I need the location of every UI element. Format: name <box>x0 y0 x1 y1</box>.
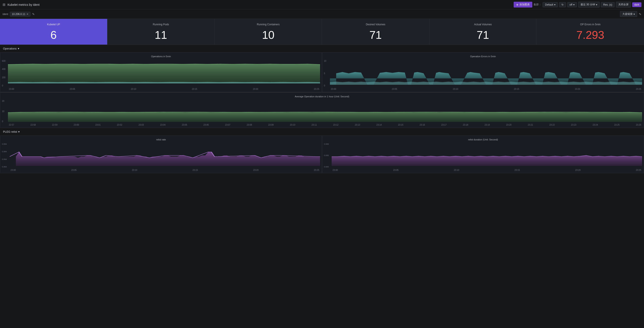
fullscreen-button[interactable]: 关闭全屏 <box>616 2 631 8</box>
operations-title: Operations <box>3 47 17 50</box>
svg-marker-3 <box>330 82 642 85</box>
avg-duration-svg <box>8 100 642 123</box>
filter-key: ident <box>2 13 8 16</box>
chart-avg-title: Average Operation duration in 1 hour (Un… <box>2 95 642 98</box>
stat-kubelet-up: Kubelet UP 6 <box>0 19 108 44</box>
topbar: ⊞ Kubelet metrics by ident ⊕ 添加图表 集群： De… <box>0 0 644 10</box>
stat-op-errors: OP Errors in 5min 7.293 <box>536 19 644 44</box>
refresh-icon-btn[interactable]: ↻ <box>559 2 566 7</box>
chevron-down-icon: ▾ <box>634 13 635 16</box>
ops-5min-svg <box>8 60 320 87</box>
y-labels-avg: 20 10 0 <box>2 100 8 123</box>
svg-marker-0 <box>8 64 320 84</box>
x-labels-avg: 22:57 22:58 22:59 23:00 23:01 23:02 23:0… <box>8 123 642 126</box>
stat-value-5: 7.293 <box>576 29 604 40</box>
dashboard-link-button[interactable]: 大盘链接 ▾ <box>620 11 637 17</box>
auto-refresh-selector[interactable]: off ▾ <box>567 2 577 7</box>
edit-dashboard-icon[interactable]: ✎ <box>639 12 642 16</box>
filter-left: ident 10.206.0.11 ✕ ✎ <box>2 12 35 16</box>
stat-label-4: Actual Volumes <box>474 23 492 26</box>
relist-rate-title: relist rate <box>2 138 320 141</box>
pleg-section-header[interactable]: PLEG relist ▾ <box>0 128 644 136</box>
theme-button[interactable]: dark <box>632 2 642 7</box>
chart-ops-5min: Operations in 5min 600 400 200 0 <box>0 52 322 92</box>
page-title: Kubelet metrics by ident <box>8 3 40 6</box>
stat-value-0: 6 <box>50 29 56 40</box>
topbar-left: ⊞ Kubelet metrics by ident <box>2 2 40 7</box>
chevron-down-icon: ▾ <box>18 47 19 50</box>
pleg-charts-row: relist rate 0.994 0.994 0.994 0.993 <box>0 136 644 173</box>
cluster-selector[interactable]: Default ▾ <box>542 2 558 7</box>
relist-rate-svg <box>10 142 320 168</box>
chevron-down-icon: ▾ <box>18 130 20 133</box>
relist-duration-title: relist duration (Unit: Second) <box>324 138 642 141</box>
refresh-icon: ↻ <box>562 3 564 6</box>
svg-marker-5 <box>10 152 320 166</box>
cluster-label: 集群： <box>534 3 541 6</box>
stat-desired-volumes: Desired Volumes 71 <box>322 19 430 44</box>
grid-icon: ⊞ <box>2 2 5 7</box>
filter-right: 大盘链接 ▾ ✎ <box>620 11 642 17</box>
svg-marker-4 <box>8 112 642 122</box>
y-labels-relist-dur: 0.006 0.006 0.006 <box>324 142 332 168</box>
x-labels-ops: 23:00 23:05 23:10 23:15 23:20 23:25 <box>8 87 320 90</box>
x-labels-relist-dur: 23:00 23:05 23:10 23:15 23:20 23:25 <box>332 168 642 171</box>
stat-value-4: 71 <box>477 29 489 40</box>
operations-charts-row: Operations in 5min 600 400 200 0 <box>0 52 644 92</box>
relist-dur-svg <box>332 142 642 168</box>
err-5min-svg <box>330 60 642 87</box>
filter-bar: ident 10.206.0.11 ✕ ✎ 大盘链接 ▾ ✎ <box>0 10 644 19</box>
operations-section: Operations ▾ Operations in 5min 600 400 … <box>0 45 644 128</box>
chart-relist-duration: relist duration (Unit: Second) 0.006 0.0… <box>322 136 644 173</box>
stat-running-pods: Running Pods 11 <box>108 19 215 44</box>
stat-label-1: Running Pods <box>153 23 169 26</box>
svg-marker-1 <box>8 82 320 84</box>
chart-relist-rate: relist rate 0.994 0.994 0.994 0.993 <box>0 136 322 173</box>
stat-label-5: OP Errors in 5min <box>580 23 600 26</box>
y-labels-relist: 0.994 0.994 0.994 0.993 <box>2 142 10 168</box>
stat-actual-volumes: Actual Volumes 71 <box>430 19 537 44</box>
res-button[interactable]: Res. (s) <box>601 2 615 7</box>
remove-filter-icon[interactable]: ✕ <box>26 13 28 16</box>
chevron-down-icon: ▾ <box>596 3 597 6</box>
stat-label-0: Kubelet UP <box>47 23 60 26</box>
stat-value-3: 71 <box>370 29 382 40</box>
y-labels-ops: 600 400 200 0 <box>2 60 8 87</box>
chevron-down-icon: ▾ <box>554 3 556 6</box>
stat-value-2: 10 <box>262 29 274 40</box>
stats-row: Kubelet UP 6 Running Pods 11 Running Con… <box>0 19 644 45</box>
plus-icon: ⊕ <box>516 3 518 6</box>
x-labels-err: 23:00 23:05 23:10 23:15 23:20 23:25 <box>330 87 642 90</box>
filter-tag[interactable]: 10.206.0.11 ✕ <box>10 12 30 16</box>
pleg-section: PLEG relist ▾ relist rate 0.994 0.994 0.… <box>0 128 644 173</box>
chart-avg-duration: Average Operation duration in 1 hour (Un… <box>0 92 644 128</box>
chart-ops-5min-title: Operations in 5min <box>2 55 320 58</box>
add-chart-button[interactable]: ⊕ 添加图表 <box>514 2 532 8</box>
pleg-title: PLEG relist <box>3 130 17 133</box>
stat-running-containers: Running Containers 10 <box>214 19 322 44</box>
operations-section-header[interactable]: Operations ▾ <box>0 45 644 52</box>
stat-label-2: Running Containers <box>257 23 280 26</box>
stat-value-1: 11 <box>155 29 167 40</box>
svg-marker-6 <box>332 156 642 166</box>
topbar-right: ⊕ 添加图表 集群： Default ▾ ↻ off ▾ 最近 30 分钟 ▾ … <box>514 2 642 8</box>
chevron-down-icon: ▾ <box>573 3 574 6</box>
chart-err-5min-title: Operation Errors in 5min <box>324 55 642 58</box>
y-labels-err: 10 5 0 <box>324 60 330 87</box>
x-labels-relist: 23:00 23:05 23:10 23:15 23:20 23:25 <box>10 168 320 171</box>
chart-err-5min: Operation Errors in 5min 10 5 0 <box>322 52 644 92</box>
stat-label-3: Desired Volumes <box>366 23 385 26</box>
edit-filter-icon[interactable]: ✎ <box>32 12 35 16</box>
time-range-selector[interactable]: 最近 30 分钟 ▾ <box>578 2 600 8</box>
